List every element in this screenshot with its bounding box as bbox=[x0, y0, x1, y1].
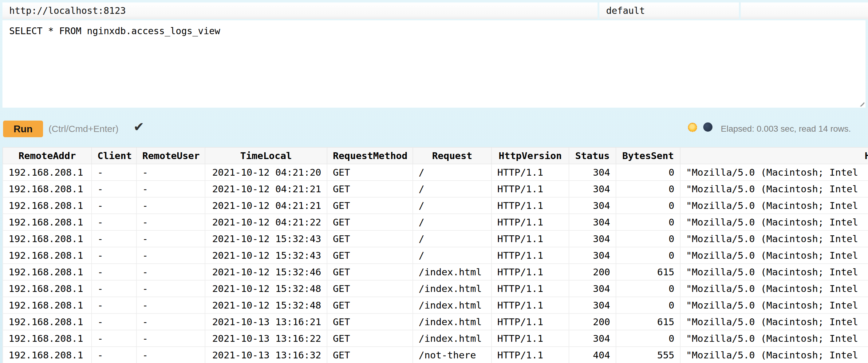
cell-status: 304 bbox=[569, 230, 616, 247]
cell-status: 304 bbox=[569, 197, 616, 214]
dark-theme-moon-icon[interactable] bbox=[703, 122, 712, 132]
cell-bytessent: 0 bbox=[616, 164, 680, 180]
cell-status: 304 bbox=[569, 297, 616, 313]
cell-request: /index.html bbox=[413, 280, 492, 297]
cell-timelocal: 2021-10-13 13:16:21 bbox=[205, 313, 327, 330]
cell-httpuseragent: "Mozilla/5.0 (Macintosh; Intel bbox=[680, 164, 868, 180]
cell-client: - bbox=[92, 330, 136, 347]
cell-bytessent: 0 bbox=[616, 247, 680, 263]
cell-httpversion: HTTP/1.1 bbox=[492, 347, 569, 363]
query-stats: Elapsed: 0.003 sec, read 14 rows. bbox=[721, 120, 851, 137]
column-header-remoteaddr: RemoteAddr bbox=[3, 147, 92, 164]
cell-client: - bbox=[92, 164, 136, 180]
username-input[interactable] bbox=[599, 2, 739, 19]
cell-timelocal: 2021-10-12 15:32:48 bbox=[205, 297, 327, 313]
cell-requestmethod: GET bbox=[327, 230, 413, 247]
cell-bytessent: 0 bbox=[616, 297, 680, 313]
cell-bytessent: 615 bbox=[616, 313, 680, 330]
cell-httpversion: HTTP/1.1 bbox=[492, 313, 569, 330]
results-table: RemoteAddrClientRemoteUserTimeLocalReque… bbox=[2, 147, 868, 363]
table-row: 192.168.208.1--2021-10-12 04:21:20GET/HT… bbox=[3, 164, 868, 180]
cell-requestmethod: GET bbox=[327, 280, 413, 297]
run-button[interactable]: Run bbox=[3, 120, 43, 137]
cell-client: - bbox=[92, 214, 136, 230]
cell-httpversion: HTTP/1.1 bbox=[492, 230, 569, 247]
cell-client: - bbox=[92, 297, 136, 313]
cell-remoteaddr: 192.168.208.1 bbox=[3, 263, 92, 280]
cell-requestmethod: GET bbox=[327, 247, 413, 263]
cell-bytessent: 0 bbox=[616, 280, 680, 297]
cell-httpuseragent: "Mozilla/5.0 (Macintosh; Intel bbox=[680, 313, 868, 330]
cell-request: / bbox=[413, 164, 492, 180]
cell-remoteuser: - bbox=[136, 214, 205, 230]
cell-bytessent: 0 bbox=[616, 330, 680, 347]
table-row: 192.168.208.1--2021-10-13 13:16:21GET/in… bbox=[3, 313, 868, 330]
cell-httpversion: HTTP/1.1 bbox=[492, 263, 569, 280]
cell-httpversion: HTTP/1.1 bbox=[492, 297, 569, 313]
header-row: RemoteAddrClientRemoteUserTimeLocalReque… bbox=[3, 147, 868, 164]
cell-timelocal: 2021-10-12 04:21:22 bbox=[205, 214, 327, 230]
cell-remoteuser: - bbox=[136, 164, 205, 180]
cell-request: / bbox=[413, 214, 492, 230]
cell-timelocal: 2021-10-12 04:21:21 bbox=[205, 180, 327, 197]
cell-remoteuser: - bbox=[136, 263, 205, 280]
cell-bytessent: 0 bbox=[616, 180, 680, 197]
cell-status: 304 bbox=[569, 214, 616, 230]
column-header-bytessent: BytesSent bbox=[616, 147, 680, 164]
cell-remoteuser: - bbox=[136, 180, 205, 197]
cell-remoteuser: - bbox=[136, 330, 205, 347]
cell-request: / bbox=[413, 247, 492, 263]
cell-timelocal: 2021-10-13 13:16:32 bbox=[205, 347, 327, 363]
cell-httpversion: HTTP/1.1 bbox=[492, 214, 569, 230]
cell-remoteuser: - bbox=[136, 347, 205, 363]
cell-requestmethod: GET bbox=[327, 313, 413, 330]
cell-remoteaddr: 192.168.208.1 bbox=[3, 330, 92, 347]
cell-client: - bbox=[92, 230, 136, 247]
cell-httpuseragent: "Mozilla/5.0 (Macintosh; Intel bbox=[680, 230, 868, 247]
cell-timelocal: 2021-10-12 04:21:21 bbox=[205, 197, 327, 214]
table-row: 192.168.208.1--2021-10-12 04:21:21GET/HT… bbox=[3, 180, 868, 197]
table-row: 192.168.208.1--2021-10-13 13:16:22GET/in… bbox=[3, 330, 868, 347]
cell-remoteuser: - bbox=[136, 280, 205, 297]
column-header-timelocal: TimeLocal bbox=[205, 147, 327, 164]
cell-httpversion: HTTP/1.1 bbox=[492, 330, 569, 347]
cell-httpuseragent: "Mozilla/5.0 (Macintosh; Intel bbox=[680, 280, 868, 297]
table-row: 192.168.208.1--2021-10-12 15:32:46GET/in… bbox=[3, 263, 868, 280]
cell-status: 200 bbox=[569, 263, 616, 280]
column-header-httpuseragent: HttpUserAgent bbox=[680, 147, 868, 164]
cell-remoteuser: - bbox=[136, 230, 205, 247]
table-row: 192.168.208.1--2021-10-12 04:21:22GET/HT… bbox=[3, 214, 868, 230]
cell-requestmethod: GET bbox=[327, 197, 413, 214]
cell-client: - bbox=[92, 197, 136, 214]
cell-httpversion: HTTP/1.1 bbox=[492, 280, 569, 297]
cell-remoteaddr: 192.168.208.1 bbox=[3, 180, 92, 197]
cell-bytessent: 0 bbox=[616, 214, 680, 230]
password-input[interactable] bbox=[741, 2, 868, 19]
table-row: 192.168.208.1--2021-10-12 15:32:43GET/HT… bbox=[3, 247, 868, 263]
cell-httpuseragent: "Mozilla/5.0 (Macintosh; Intel bbox=[680, 297, 868, 313]
cell-requestmethod: GET bbox=[327, 297, 413, 313]
cell-httpuseragent: "Mozilla/5.0 (Macintosh; Intel bbox=[680, 197, 868, 214]
cell-requestmethod: GET bbox=[327, 347, 413, 363]
cell-remoteaddr: 192.168.208.1 bbox=[3, 247, 92, 263]
cell-client: - bbox=[92, 180, 136, 197]
cell-remoteaddr: 192.168.208.1 bbox=[3, 297, 92, 313]
cell-requestmethod: GET bbox=[327, 330, 413, 347]
query-success-check-icon: ✔ bbox=[133, 119, 144, 135]
query-editor[interactable]: SELECT * FROM nginxdb.access_logs_view bbox=[2, 20, 866, 108]
cell-request: /index.html bbox=[413, 313, 492, 330]
cell-client: - bbox=[92, 313, 136, 330]
cell-remoteaddr: 192.168.208.1 bbox=[3, 347, 92, 363]
light-theme-sun-icon[interactable] bbox=[688, 123, 697, 132]
cell-timelocal: 2021-10-13 13:16:22 bbox=[205, 330, 327, 347]
table-row: 192.168.208.1--2021-10-12 15:32:48GET/in… bbox=[3, 280, 868, 297]
cell-bytessent: 555 bbox=[616, 347, 680, 363]
column-header-status: Status bbox=[569, 147, 616, 164]
cell-remoteaddr: 192.168.208.1 bbox=[3, 197, 92, 214]
connection-bar bbox=[2, 2, 866, 19]
server-url-input[interactable] bbox=[2, 2, 597, 19]
cell-httpuseragent: "Mozilla/5.0 (Macintosh; Intel bbox=[680, 263, 868, 280]
cell-bytessent: 615 bbox=[616, 263, 680, 280]
cell-timelocal: 2021-10-12 15:32:46 bbox=[205, 263, 327, 280]
cell-remoteuser: - bbox=[136, 197, 205, 214]
